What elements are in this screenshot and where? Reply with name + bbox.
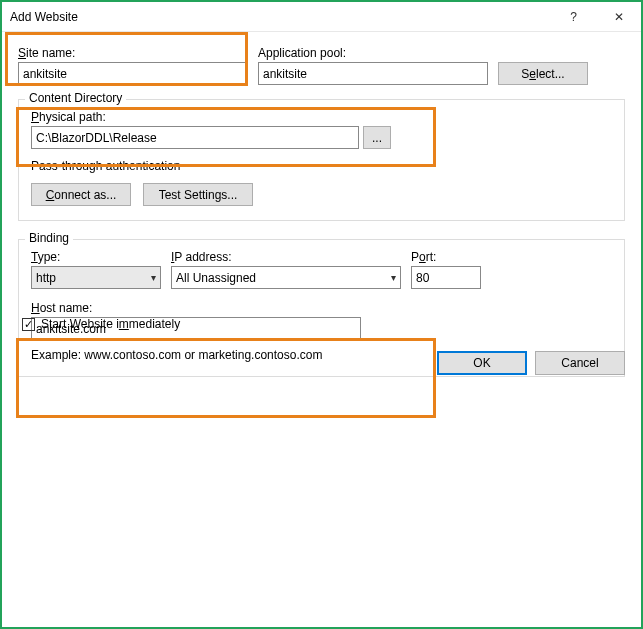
app-pool-label: Application pool:	[258, 46, 488, 60]
chevron-down-icon: ▾	[391, 272, 396, 283]
host-name-label: Host name:Host name:	[31, 301, 92, 315]
titlebar: Add Website ? ✕	[2, 2, 641, 32]
port-label: Port:Port:	[411, 250, 481, 264]
physical-path-label: Physical path:Physical path:	[31, 110, 106, 124]
help-button[interactable]: ?	[551, 2, 596, 32]
window-title: Add Website	[10, 10, 551, 24]
ip-value: All Unassigned	[176, 271, 256, 285]
close-button[interactable]: ✕	[596, 2, 641, 32]
browse-path-button[interactable]: ...	[363, 126, 391, 149]
app-pool-input	[258, 62, 488, 85]
site-name-label: SSite name:ite name:	[18, 46, 248, 60]
add-website-dialog: Add Website ? ✕ SSite name:ite name: App…	[0, 0, 643, 629]
cancel-button[interactable]: Cancel	[535, 351, 625, 375]
site-name-input[interactable]	[18, 62, 248, 85]
physical-path-input[interactable]	[31, 126, 359, 149]
ip-label: IP address:IP address:	[171, 250, 401, 264]
select-app-pool-button[interactable]: Select...Select...	[498, 62, 588, 85]
connect-as-button[interactable]: Connect as...Connect as...	[31, 183, 131, 206]
dialog-content: SSite name:ite name: Application pool: S…	[2, 32, 641, 389]
ok-button[interactable]: OK	[437, 351, 527, 375]
start-immediately-label: Start Website immediatelyStart Website i…	[41, 317, 180, 331]
ip-combo[interactable]: All Unassigned ▾	[171, 266, 401, 289]
chevron-down-icon: ▾	[151, 272, 156, 283]
port-input[interactable]	[411, 266, 481, 289]
type-label: Type:Type:	[31, 250, 161, 264]
content-directory-group: Content Directory Physical path:Physical…	[18, 99, 625, 221]
binding-legend: Binding	[25, 231, 73, 245]
pass-through-label: Pass-through authentication	[31, 159, 612, 173]
checkbox-box: ✓	[22, 318, 35, 331]
test-settings-button[interactable]: Test Settings...Test Settings...	[143, 183, 253, 206]
type-value: http	[36, 271, 56, 285]
start-immediately-checkbox[interactable]: ✓ Start Website immediatelyStart Website…	[22, 317, 180, 331]
content-directory-legend: Content Directory	[25, 91, 126, 105]
type-combo[interactable]: http ▾	[31, 266, 161, 289]
